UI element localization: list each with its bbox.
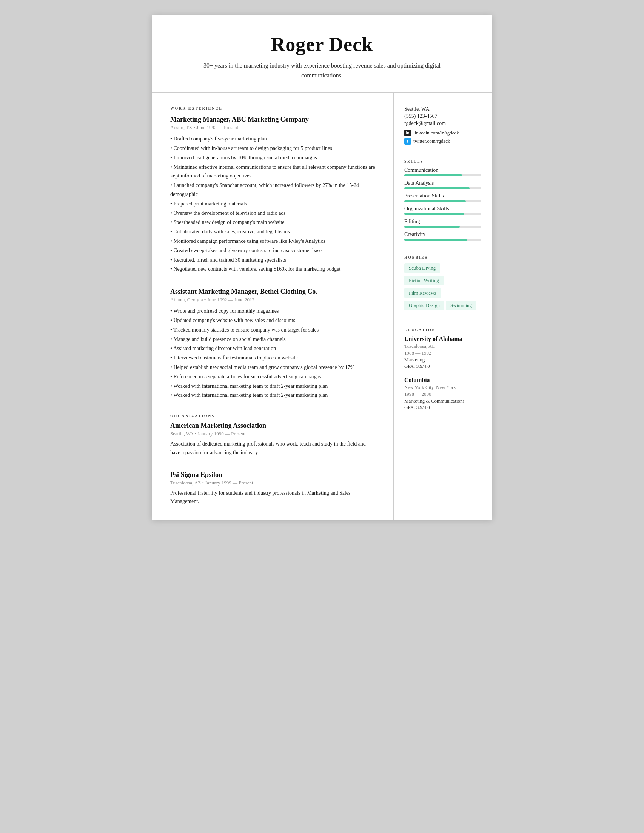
edu-field: Marketing & Communications xyxy=(404,398,481,404)
education-list: University of AlabamaTuscaloosa, AL1988 … xyxy=(404,336,481,410)
resume-container: Roger Deck 30+ years in the marketing in… xyxy=(152,15,492,519)
hobby-tag: Film Reviews xyxy=(404,288,441,298)
bullet-item: Drafted company's five-year marketing pl… xyxy=(170,134,375,143)
bullet-item: Worked with international marketing team… xyxy=(170,391,375,400)
bullet-item: Launched company's Snapchat account, whi… xyxy=(170,181,375,199)
skill-bar-fill xyxy=(404,226,460,228)
bullet-item: Recruited, hired, and trained 30 marketi… xyxy=(170,256,375,265)
hobby-tag: Fiction Writing xyxy=(404,276,443,285)
twitter-url: twitter.com/rgdeck xyxy=(413,138,450,144)
twitter-icon: t xyxy=(404,138,411,145)
edu-location: Tuscaloosa, AL xyxy=(404,343,481,349)
skills-list: Communication Data Analysis Presentation… xyxy=(404,167,481,241)
bullet-item: Coordinated with in-house art team to de… xyxy=(170,144,375,153)
skills-section: SKILLS Communication Data Analysis Prese… xyxy=(404,159,481,241)
contact-section: Seattle, WA (555) 123-4567 rgdeck@gmail.… xyxy=(404,106,481,145)
bullet-item: Interviewed customers for testimonials t… xyxy=(170,354,375,362)
skill-bar-fill xyxy=(404,174,462,176)
edu-block: ColumbiaNew York City, New York1998 — 20… xyxy=(404,377,481,410)
skill-bar-bg xyxy=(404,239,481,241)
bullet-item: Manage and build presence on social medi… xyxy=(170,335,375,344)
edu-school: University of Alabama xyxy=(404,336,481,343)
org-divider xyxy=(170,407,375,407)
job-bullets: Wrote and proofread copy for monthly mag… xyxy=(170,307,375,400)
bullet-item: Wrote and proofread copy for monthly mag… xyxy=(170,307,375,316)
bullet-item: Created sweepstakes and giveaway contest… xyxy=(170,246,375,255)
job-title: Marketing Manager, ABC Marketing Company xyxy=(170,116,375,124)
skill-row: Communication xyxy=(404,167,481,176)
skill-row: Data Analysis xyxy=(404,180,481,189)
bullet-item: Prepared print marketing materials xyxy=(170,199,375,208)
hobbies-section: HOBBIES Scuba DivingFiction WritingFilm … xyxy=(404,255,481,313)
linkedin-icon: in xyxy=(404,130,411,136)
bullet-item: Assisted marketing director with lead ge… xyxy=(170,344,375,353)
job-bullets: Drafted company's five-year marketing pl… xyxy=(170,134,375,274)
edu-school: Columbia xyxy=(404,377,481,384)
contact-email: rgdeck@gmail.com xyxy=(404,121,481,127)
org-name: Psi Sigma Epsilon xyxy=(170,471,375,479)
hobby-tag: Scuba Diving xyxy=(404,263,440,273)
contact-location: Seattle, WA xyxy=(404,106,481,112)
edu-gpa: GPA: 3.9/4.0 xyxy=(404,363,481,369)
skill-name: Organizational Skills xyxy=(404,206,481,212)
skill-bar-bg xyxy=(404,174,481,176)
skill-row: Presentation Skills xyxy=(404,193,481,202)
skill-name: Presentation Skills xyxy=(404,193,481,199)
candidate-name: Roger Deck xyxy=(182,33,462,56)
bullet-item: Helped establish new social media team a… xyxy=(170,363,375,372)
skill-name: Editing xyxy=(404,219,481,225)
edu-location: New York City, New York xyxy=(404,384,481,391)
skill-bar-bg xyxy=(404,200,481,202)
work-block: Assistant Marketing Manager, Bethel Clot… xyxy=(170,288,375,400)
work-block: Marketing Manager, ABC Marketing Company… xyxy=(170,116,375,281)
bullet-item: Updated company's website with new sales… xyxy=(170,316,375,325)
education-section: EDUCATION University of AlabamaTuscaloos… xyxy=(404,328,481,410)
org-name: American Marketing Association xyxy=(170,422,375,430)
twitter-row: t twitter.com/rgdeck xyxy=(404,138,481,145)
organizations-list: American Marketing AssociationSeattle, W… xyxy=(170,422,375,506)
skill-bar-bg xyxy=(404,213,481,215)
skills-divider xyxy=(404,154,481,154)
bullet-item: Maintained effective internal communicat… xyxy=(170,163,375,181)
education-label: EDUCATION xyxy=(404,328,481,332)
skill-row: Organizational Skills xyxy=(404,206,481,215)
hobbies-list: Scuba DivingFiction WritingFilm ReviewsG… xyxy=(404,263,481,313)
org-block: American Marketing AssociationSeattle, W… xyxy=(170,422,375,464)
bullet-item: Referenced in 3 separate articles for su… xyxy=(170,372,375,381)
skills-label: SKILLS xyxy=(404,159,481,164)
edu-years: 1998 — 2000 xyxy=(404,391,481,397)
linkedin-row: in linkedin.com/in/rgdeck xyxy=(404,130,481,136)
org-meta: Seattle, WA • January 1990 — Present xyxy=(170,431,375,437)
contact-phone: (555) 123-4567 xyxy=(404,113,481,119)
bullet-item: Worked with international marketing team… xyxy=(170,382,375,391)
edu-years: 1988 — 1992 xyxy=(404,350,481,356)
skill-bar-bg xyxy=(404,226,481,228)
body-layout: WORK EXPERIENCE Marketing Manager, ABC M… xyxy=(152,93,492,519)
job-title: Assistant Marketing Manager, Bethel Clot… xyxy=(170,288,375,296)
work-experience-section: WORK EXPERIENCE xyxy=(170,106,375,110)
job-meta: Atlanta, Georgia • June 1992 — June 2012 xyxy=(170,297,375,303)
skill-bar-fill xyxy=(404,200,466,202)
bullet-item: Spearheaded new design of company's main… xyxy=(170,218,375,227)
bullet-item: Improved lead generations by 10% through… xyxy=(170,153,375,162)
hobbies-label: HOBBIES xyxy=(404,255,481,259)
skill-name: Data Analysis xyxy=(404,180,481,186)
hobby-tag: Swimming xyxy=(446,301,476,310)
bullet-item: Tracked monthly statistics to ensure com… xyxy=(170,325,375,334)
org-desc: Professional fraternity for students and… xyxy=(170,489,375,506)
hobby-tag: Graphic Design xyxy=(404,301,444,310)
skill-bar-fill xyxy=(404,213,464,215)
skill-bar-fill xyxy=(404,239,467,241)
edu-field: Marketing xyxy=(404,357,481,363)
org-meta: Tuscaloosa, AZ • January 1999 — Present xyxy=(170,480,375,486)
bullet-item: Oversaw the development of television an… xyxy=(170,209,375,218)
bullet-item: Monitored campaign performance using sof… xyxy=(170,237,375,246)
candidate-summary: 30+ years in the marketing industry with… xyxy=(194,61,450,80)
hobbies-divider xyxy=(404,249,481,250)
skill-bar-bg xyxy=(404,187,481,189)
org-block: Psi Sigma EpsilonTuscaloosa, AZ • Januar… xyxy=(170,471,375,506)
sidebar: Seattle, WA (555) 123-4567 rgdeck@gmail.… xyxy=(394,93,492,519)
linkedin-url: linkedin.com/in/rgdeck xyxy=(413,130,459,136)
org-desc: Association of dedicated marketing profe… xyxy=(170,440,375,457)
work-divider xyxy=(170,281,375,281)
